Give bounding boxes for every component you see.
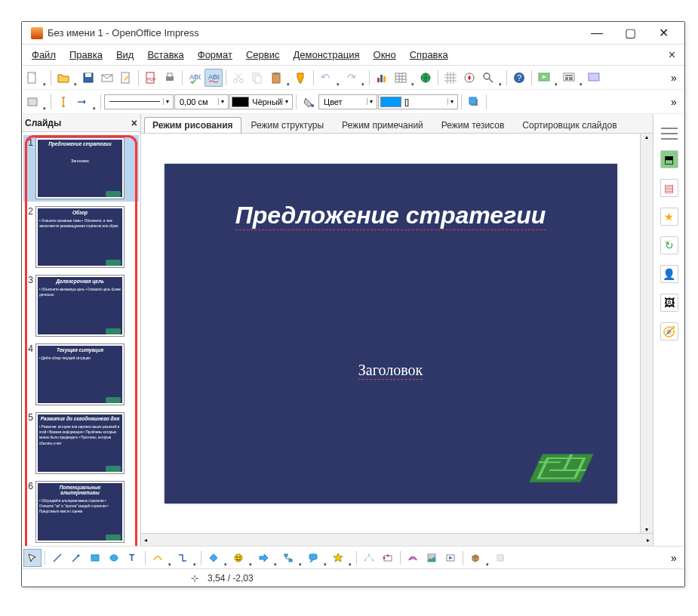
- media-icon[interactable]: [441, 549, 460, 567]
- extrusion-icon[interactable]: [491, 549, 509, 567]
- tab-drawing[interactable]: Режим рисования: [144, 117, 241, 133]
- slide-transition-icon[interactable]: ↻: [660, 236, 678, 254]
- styles-icon[interactable]: 👤: [660, 265, 678, 283]
- curve-dropdown[interactable]: [168, 556, 173, 560]
- task-pane-toggle-icon[interactable]: [661, 128, 678, 140]
- symbol-shapes-icon[interactable]: [229, 549, 248, 567]
- slide-layout-dropdown[interactable]: [580, 75, 584, 80]
- slide-thumb-3[interactable]: 3 Долгосрочная цель• Объясните желаемую …: [23, 273, 139, 339]
- menu-view[interactable]: Вид: [109, 48, 141, 62]
- canvas-area[interactable]: Предложение стратегии Заголовок: [141, 134, 640, 533]
- arrow-style-dropdown[interactable]: [93, 100, 97, 104]
- slide-title-text[interactable]: Предложение стратегии: [165, 164, 617, 229]
- redo-icon[interactable]: [342, 69, 360, 87]
- menu-insert[interactable]: Вставка: [140, 48, 190, 62]
- ellipse-tool-icon[interactable]: [105, 549, 123, 567]
- copy-icon[interactable]: [248, 69, 266, 87]
- save-icon[interactable]: [79, 69, 97, 87]
- slide-canvas[interactable]: Предложение стратегии Заголовок: [165, 164, 617, 504]
- open-dropdown[interactable]: [74, 75, 78, 80]
- rect-tool-icon[interactable]: [86, 549, 104, 567]
- close-button[interactable]: ✕: [647, 23, 680, 44]
- custom-animation-icon[interactable]: ★: [660, 208, 678, 226]
- horizontal-scrollbar[interactable]: [141, 533, 653, 546]
- open-icon[interactable]: [54, 69, 72, 87]
- line-style-icon[interactable]: [54, 93, 72, 111]
- menu-window[interactable]: Окно: [367, 48, 403, 62]
- paste-dropdown[interactable]: [287, 75, 291, 80]
- curve-tool-icon[interactable]: [149, 549, 167, 567]
- email-icon[interactable]: [98, 69, 116, 87]
- menu-help[interactable]: Справка: [403, 48, 455, 62]
- stars-dropdown[interactable]: [349, 556, 353, 560]
- slide-layout-icon[interactable]: [560, 69, 578, 87]
- block-arrows-dropdown[interactable]: [274, 556, 278, 560]
- grid-icon[interactable]: [441, 69, 460, 87]
- fill-icon[interactable]: [300, 93, 318, 111]
- menu-slideshow[interactable]: Демонстрация: [286, 48, 366, 62]
- callouts-icon[interactable]: [304, 549, 322, 567]
- basic-shapes-icon[interactable]: [204, 549, 223, 567]
- select-tool-icon[interactable]: [23, 549, 42, 567]
- cut-icon[interactable]: [229, 69, 248, 87]
- menu-format[interactable]: Формат: [191, 48, 239, 62]
- undo-dropdown[interactable]: [337, 75, 341, 80]
- slideshow-dropdown[interactable]: [555, 75, 559, 80]
- fill-color-combo[interactable]: []▾: [378, 94, 458, 109]
- arrow-icon[interactable]: [23, 93, 42, 111]
- connector-dropdown[interactable]: [193, 556, 198, 560]
- table-icon[interactable]: [392, 69, 410, 87]
- flowchart-icon[interactable]: [279, 549, 297, 567]
- gallery-icon[interactable]: 🖼: [660, 294, 678, 312]
- properties-icon[interactable]: ⬒: [660, 150, 678, 168]
- from-file-icon[interactable]: [423, 549, 441, 567]
- navigator-pane-icon[interactable]: 🧭: [660, 322, 678, 340]
- line-type-combo[interactable]: ▾: [104, 94, 174, 109]
- line-width-combo[interactable]: 0,00 см▾: [174, 94, 229, 109]
- master-pages-icon[interactable]: ▤: [660, 179, 678, 197]
- slideshow-icon[interactable]: [535, 69, 553, 87]
- menu-edit[interactable]: Правка: [63, 48, 109, 62]
- slide-thumb-5[interactable]: 5 Развитие до сегодняшнего дня• Развитие…: [23, 410, 139, 476]
- toolbar-overflow-icon[interactable]: »: [665, 69, 683, 87]
- flowchart-dropdown[interactable]: [299, 556, 303, 560]
- undo-icon[interactable]: [317, 69, 335, 87]
- paste-icon[interactable]: [267, 69, 285, 87]
- arrow-style-icon[interactable]: [73, 93, 91, 111]
- tab-handout[interactable]: Режим тезисов: [433, 117, 513, 133]
- table-dropdown[interactable]: [411, 75, 416, 80]
- menu-file[interactable]: Файл: [25, 48, 63, 62]
- btb-overflow-icon[interactable]: »: [665, 549, 683, 567]
- text-tool-icon[interactable]: T: [124, 549, 142, 567]
- chart-icon[interactable]: [373, 69, 391, 87]
- navigator-icon[interactable]: [460, 69, 478, 87]
- autospell-icon[interactable]: ABC: [204, 69, 223, 87]
- slide-design-icon[interactable]: [585, 69, 603, 87]
- export-pdf-icon[interactable]: PDF: [142, 69, 160, 87]
- menubar-close-icon[interactable]: ×: [663, 48, 681, 62]
- basic-shapes-dropdown[interactable]: [224, 556, 229, 560]
- slide-thumb-6[interactable]: 6 Потенциальные альтернативы• Обсуждайте…: [23, 479, 139, 545]
- slide-thumb-2[interactable]: 2 Обзор• Опишите основные темы • Объясни…: [23, 204, 139, 270]
- new-dropdown[interactable]: [43, 75, 48, 80]
- stars-icon[interactable]: [329, 549, 347, 567]
- points-icon[interactable]: [360, 549, 378, 567]
- fill-type-combo[interactable]: Цвет▾: [318, 94, 377, 109]
- arrow-tool-icon[interactable]: [67, 549, 85, 567]
- maximize-button[interactable]: ▢: [613, 23, 647, 44]
- slides-panel-close-icon[interactable]: ×: [131, 117, 137, 129]
- callouts-dropdown[interactable]: [324, 556, 328, 560]
- slide-thumb-4[interactable]: 4 Текущая ситуация• Дайте обзор текущей …: [23, 341, 139, 408]
- print-icon[interactable]: [161, 69, 179, 87]
- glue-points-icon[interactable]: [379, 549, 397, 567]
- block-arrows-icon[interactable]: [254, 549, 272, 567]
- hyperlink-icon[interactable]: [417, 69, 435, 87]
- slide-thumb-1[interactable]: 1 Предложение стратегииЗаголовок: [23, 135, 139, 202]
- 3d-dropdown[interactable]: [486, 556, 490, 560]
- tab-outline[interactable]: Режим структуры: [243, 117, 333, 133]
- slide-subtitle-text[interactable]: Заголовок: [358, 362, 423, 380]
- new-icon[interactable]: [23, 69, 42, 87]
- zoom-icon[interactable]: [479, 69, 497, 87]
- toolbar2-overflow-icon[interactable]: »: [665, 93, 683, 111]
- line-color-combo[interactable]: Чёрный▾: [229, 94, 293, 109]
